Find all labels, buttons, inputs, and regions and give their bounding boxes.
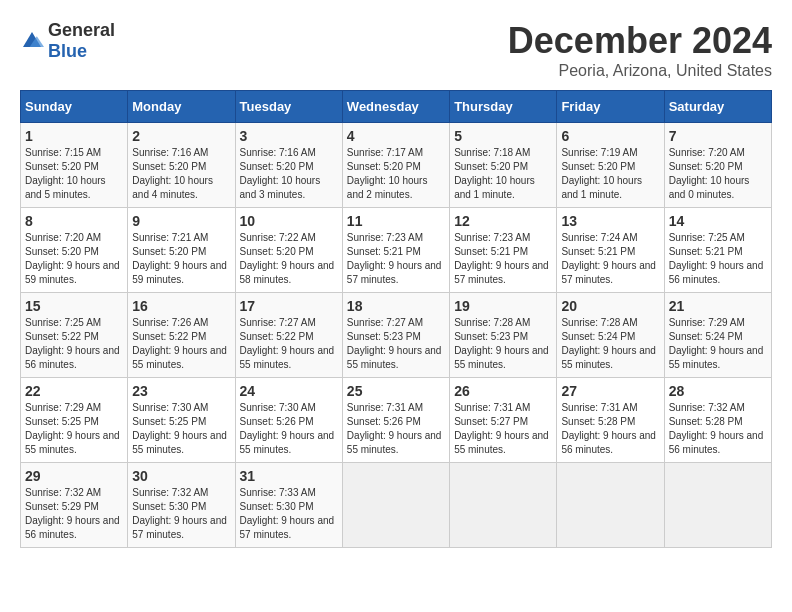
calendar-cell: [450, 463, 557, 548]
calendar-cell: 22Sunrise: 7:29 AMSunset: 5:25 PMDayligh…: [21, 378, 128, 463]
day-number: 8: [25, 213, 123, 229]
day-info: Sunrise: 7:25 AMSunset: 5:21 PMDaylight:…: [669, 231, 767, 287]
day-info: Sunrise: 7:29 AMSunset: 5:25 PMDaylight:…: [25, 401, 123, 457]
day-info: Sunrise: 7:23 AMSunset: 5:21 PMDaylight:…: [454, 231, 552, 287]
day-number: 15: [25, 298, 123, 314]
logo: General Blue: [20, 20, 115, 62]
calendar-cell: 23Sunrise: 7:30 AMSunset: 5:25 PMDayligh…: [128, 378, 235, 463]
day-info: Sunrise: 7:32 AMSunset: 5:28 PMDaylight:…: [669, 401, 767, 457]
day-info: Sunrise: 7:31 AMSunset: 5:27 PMDaylight:…: [454, 401, 552, 457]
month-title: December 2024: [508, 20, 772, 62]
day-info: Sunrise: 7:31 AMSunset: 5:28 PMDaylight:…: [561, 401, 659, 457]
day-info: Sunrise: 7:20 AMSunset: 5:20 PMDaylight:…: [669, 146, 767, 202]
day-info: Sunrise: 7:32 AMSunset: 5:29 PMDaylight:…: [25, 486, 123, 542]
day-number: 1: [25, 128, 123, 144]
calendar-cell: 11Sunrise: 7:23 AMSunset: 5:21 PMDayligh…: [342, 208, 449, 293]
calendar-header-row: SundayMondayTuesdayWednesdayThursdayFrid…: [21, 91, 772, 123]
calendar-table: SundayMondayTuesdayWednesdayThursdayFrid…: [20, 90, 772, 548]
calendar-cell: 6Sunrise: 7:19 AMSunset: 5:20 PMDaylight…: [557, 123, 664, 208]
calendar-cell: 15Sunrise: 7:25 AMSunset: 5:22 PMDayligh…: [21, 293, 128, 378]
day-number: 3: [240, 128, 338, 144]
calendar-cell: 20Sunrise: 7:28 AMSunset: 5:24 PMDayligh…: [557, 293, 664, 378]
day-info: Sunrise: 7:19 AMSunset: 5:20 PMDaylight:…: [561, 146, 659, 202]
day-number: 24: [240, 383, 338, 399]
calendar-body: 1Sunrise: 7:15 AMSunset: 5:20 PMDaylight…: [21, 123, 772, 548]
day-info: Sunrise: 7:33 AMSunset: 5:30 PMDaylight:…: [240, 486, 338, 542]
day-number: 13: [561, 213, 659, 229]
calendar-cell: [664, 463, 771, 548]
day-info: Sunrise: 7:17 AMSunset: 5:20 PMDaylight:…: [347, 146, 445, 202]
calendar-week-row: 8Sunrise: 7:20 AMSunset: 5:20 PMDaylight…: [21, 208, 772, 293]
day-number: 18: [347, 298, 445, 314]
calendar-cell: 4Sunrise: 7:17 AMSunset: 5:20 PMDaylight…: [342, 123, 449, 208]
calendar-cell: 1Sunrise: 7:15 AMSunset: 5:20 PMDaylight…: [21, 123, 128, 208]
day-info: Sunrise: 7:28 AMSunset: 5:23 PMDaylight:…: [454, 316, 552, 372]
title-area: December 2024 Peoria, Arizona, United St…: [508, 20, 772, 80]
calendar-cell: 19Sunrise: 7:28 AMSunset: 5:23 PMDayligh…: [450, 293, 557, 378]
day-number: 10: [240, 213, 338, 229]
column-header-monday: Monday: [128, 91, 235, 123]
calendar-cell: 31Sunrise: 7:33 AMSunset: 5:30 PMDayligh…: [235, 463, 342, 548]
calendar-cell: 14Sunrise: 7:25 AMSunset: 5:21 PMDayligh…: [664, 208, 771, 293]
day-number: 4: [347, 128, 445, 144]
day-number: 21: [669, 298, 767, 314]
day-number: 16: [132, 298, 230, 314]
column-header-wednesday: Wednesday: [342, 91, 449, 123]
day-number: 5: [454, 128, 552, 144]
column-header-tuesday: Tuesday: [235, 91, 342, 123]
day-info: Sunrise: 7:16 AMSunset: 5:20 PMDaylight:…: [132, 146, 230, 202]
day-number: 12: [454, 213, 552, 229]
day-info: Sunrise: 7:27 AMSunset: 5:23 PMDaylight:…: [347, 316, 445, 372]
day-number: 25: [347, 383, 445, 399]
calendar-cell: 5Sunrise: 7:18 AMSunset: 5:20 PMDaylight…: [450, 123, 557, 208]
column-header-sunday: Sunday: [21, 91, 128, 123]
day-info: Sunrise: 7:24 AMSunset: 5:21 PMDaylight:…: [561, 231, 659, 287]
calendar-cell: 8Sunrise: 7:20 AMSunset: 5:20 PMDaylight…: [21, 208, 128, 293]
calendar-week-row: 1Sunrise: 7:15 AMSunset: 5:20 PMDaylight…: [21, 123, 772, 208]
calendar-cell: 24Sunrise: 7:30 AMSunset: 5:26 PMDayligh…: [235, 378, 342, 463]
day-info: Sunrise: 7:23 AMSunset: 5:21 PMDaylight:…: [347, 231, 445, 287]
calendar-cell: [342, 463, 449, 548]
day-info: Sunrise: 7:16 AMSunset: 5:20 PMDaylight:…: [240, 146, 338, 202]
calendar-week-row: 22Sunrise: 7:29 AMSunset: 5:25 PMDayligh…: [21, 378, 772, 463]
header: General Blue December 2024 Peoria, Arizo…: [20, 20, 772, 80]
calendar-cell: 28Sunrise: 7:32 AMSunset: 5:28 PMDayligh…: [664, 378, 771, 463]
logo-text: General Blue: [48, 20, 115, 62]
day-info: Sunrise: 7:27 AMSunset: 5:22 PMDaylight:…: [240, 316, 338, 372]
calendar-week-row: 29Sunrise: 7:32 AMSunset: 5:29 PMDayligh…: [21, 463, 772, 548]
day-info: Sunrise: 7:15 AMSunset: 5:20 PMDaylight:…: [25, 146, 123, 202]
day-info: Sunrise: 7:22 AMSunset: 5:20 PMDaylight:…: [240, 231, 338, 287]
day-info: Sunrise: 7:28 AMSunset: 5:24 PMDaylight:…: [561, 316, 659, 372]
location-title: Peoria, Arizona, United States: [508, 62, 772, 80]
calendar-cell: 30Sunrise: 7:32 AMSunset: 5:30 PMDayligh…: [128, 463, 235, 548]
calendar-cell: 18Sunrise: 7:27 AMSunset: 5:23 PMDayligh…: [342, 293, 449, 378]
calendar-cell: 13Sunrise: 7:24 AMSunset: 5:21 PMDayligh…: [557, 208, 664, 293]
day-info: Sunrise: 7:18 AMSunset: 5:20 PMDaylight:…: [454, 146, 552, 202]
calendar-cell: 3Sunrise: 7:16 AMSunset: 5:20 PMDaylight…: [235, 123, 342, 208]
day-number: 19: [454, 298, 552, 314]
day-info: Sunrise: 7:29 AMSunset: 5:24 PMDaylight:…: [669, 316, 767, 372]
day-number: 14: [669, 213, 767, 229]
calendar-cell: 12Sunrise: 7:23 AMSunset: 5:21 PMDayligh…: [450, 208, 557, 293]
day-number: 27: [561, 383, 659, 399]
calendar-cell: 16Sunrise: 7:26 AMSunset: 5:22 PMDayligh…: [128, 293, 235, 378]
day-number: 26: [454, 383, 552, 399]
day-number: 31: [240, 468, 338, 484]
day-number: 2: [132, 128, 230, 144]
calendar-cell: 9Sunrise: 7:21 AMSunset: 5:20 PMDaylight…: [128, 208, 235, 293]
day-info: Sunrise: 7:21 AMSunset: 5:20 PMDaylight:…: [132, 231, 230, 287]
calendar-cell: 25Sunrise: 7:31 AMSunset: 5:26 PMDayligh…: [342, 378, 449, 463]
calendar-cell: 21Sunrise: 7:29 AMSunset: 5:24 PMDayligh…: [664, 293, 771, 378]
calendar-cell: 2Sunrise: 7:16 AMSunset: 5:20 PMDaylight…: [128, 123, 235, 208]
day-number: 9: [132, 213, 230, 229]
calendar-cell: 26Sunrise: 7:31 AMSunset: 5:27 PMDayligh…: [450, 378, 557, 463]
column-header-thursday: Thursday: [450, 91, 557, 123]
calendar-cell: 29Sunrise: 7:32 AMSunset: 5:29 PMDayligh…: [21, 463, 128, 548]
day-number: 30: [132, 468, 230, 484]
column-header-saturday: Saturday: [664, 91, 771, 123]
calendar-cell: 27Sunrise: 7:31 AMSunset: 5:28 PMDayligh…: [557, 378, 664, 463]
day-info: Sunrise: 7:32 AMSunset: 5:30 PMDaylight:…: [132, 486, 230, 542]
day-number: 20: [561, 298, 659, 314]
day-info: Sunrise: 7:30 AMSunset: 5:25 PMDaylight:…: [132, 401, 230, 457]
day-number: 7: [669, 128, 767, 144]
